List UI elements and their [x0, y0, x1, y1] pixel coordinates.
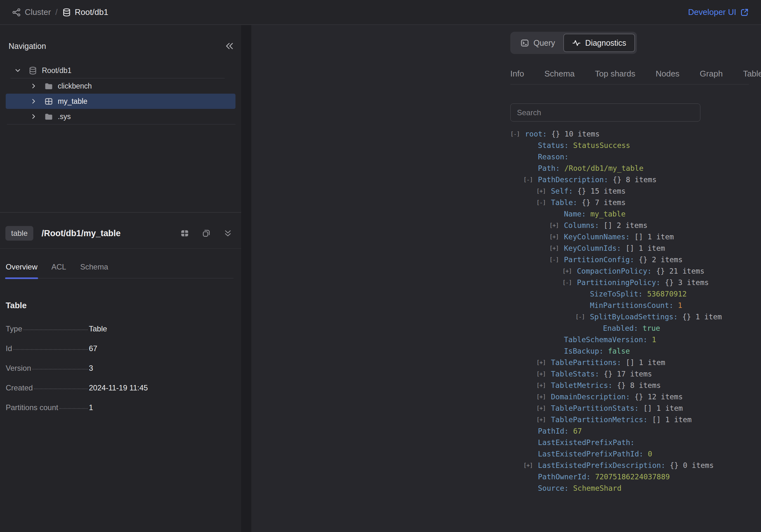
folder-icon — [44, 82, 53, 90]
tab-schema[interactable]: Schema — [80, 256, 108, 278]
schema-tree: Root/db1clickbenchmy_table.sys — [0, 63, 241, 124]
json-meta: {} 17 items — [604, 368, 652, 380]
tab-info[interactable]: Info — [510, 64, 524, 84]
expand-summary-icon[interactable] — [223, 229, 232, 238]
describe-line-tablestats: [+]TableStats:{} 17 items — [510, 368, 755, 380]
info-label: Partitions count — [6, 403, 58, 412]
expander-toggle[interactable]: [+] — [536, 368, 551, 380]
tab-overview[interactable]: Overview — [6, 256, 37, 278]
copy-path-icon[interactable] — [202, 229, 211, 238]
dotted-leader — [13, 349, 88, 350]
object-path: /Root/db1/my_table — [41, 228, 180, 238]
navigation-title: Navigation — [9, 41, 46, 51]
folder-icon — [44, 112, 53, 121]
pulse-icon — [572, 39, 581, 47]
tree-item-my-table[interactable]: my_table — [6, 94, 235, 109]
tab-acl[interactable]: ACL — [51, 256, 66, 278]
info-label: Type — [6, 325, 22, 333]
tab-top-shards[interactable]: Top shards — [595, 64, 635, 84]
table-preview-icon[interactable] — [180, 229, 189, 238]
json-value: 0 — [648, 448, 652, 460]
expander-toggle[interactable]: [+] — [536, 357, 551, 368]
chevron-right-icon[interactable] — [30, 83, 37, 89]
info-row-id: Id67 — [6, 339, 234, 358]
json-value: /Root/db1/my_table — [564, 162, 643, 174]
developer-ui-label: Developer UI — [688, 7, 736, 17]
tab-schema[interactable]: Schema — [544, 64, 574, 84]
chevron-down-icon[interactable] — [15, 67, 21, 74]
describe-line-isbackup: IsBackup:false — [510, 345, 755, 357]
tab-graph[interactable]: Graph — [700, 64, 723, 84]
expander-toggle[interactable]: [-] — [536, 197, 551, 208]
info-value: 67 — [89, 344, 97, 353]
describe-line-compactionpolicy: [+]CompactionPolicy:{} 21 items — [510, 266, 755, 277]
expander-toggle[interactable]: [-] — [562, 277, 577, 288]
info-label: Created — [6, 384, 33, 392]
expander-toggle[interactable]: [+] — [536, 185, 551, 197]
json-key: TableSchemaVersion: — [564, 334, 647, 345]
describe-line-root: [-]root:{} 10 items — [510, 128, 755, 140]
json-key: Self: — [551, 185, 573, 197]
expander-toggle[interactable]: [+] — [562, 266, 577, 277]
diagnostics-tabs: InfoSchemaTop shardsNodesGraphTabletsHot… — [510, 64, 761, 84]
json-key: PathDescription: — [538, 174, 608, 185]
object-summary-tabs: OverviewACLSchema — [6, 256, 234, 278]
external-link-icon — [740, 8, 749, 17]
tab-tablets[interactable]: Tablets — [743, 64, 761, 84]
search-input[interactable] — [510, 103, 700, 122]
tree-item--sys[interactable]: .sys — [0, 109, 241, 124]
expander-toggle[interactable]: [-] — [510, 128, 525, 140]
chevron-right-icon[interactable] — [30, 113, 37, 120]
json-key: Name: — [564, 208, 586, 220]
tree-item-root-db1[interactable]: Root/db1 — [0, 63, 241, 78]
info-section-title: Table — [6, 301, 27, 311]
expander-toggle[interactable]: [+] — [549, 231, 564, 243]
mode-diagnostics[interactable]: Diagnostics — [563, 34, 635, 52]
json-meta: [] 1 item — [652, 414, 692, 425]
json-value: my_table — [590, 208, 625, 220]
developer-ui-link[interactable]: Developer UI — [688, 7, 749, 17]
json-key: MinPartitionsCount: — [590, 300, 673, 311]
info-label: Id — [6, 344, 12, 353]
info-label-box: Created — [6, 384, 89, 392]
breadcrumb-current[interactable]: Root/db1 — [62, 7, 108, 17]
dotted-leader — [34, 388, 88, 389]
expander-toggle[interactable]: [+] — [549, 220, 564, 231]
expander-toggle[interactable]: [+] — [549, 243, 564, 254]
describe-line-splitbyloadsettings: [-]SplitByLoadSettings:{} 1 item — [510, 311, 755, 323]
describe-line-tableschemaversion: TableSchemaVersion:1 — [510, 334, 755, 345]
describe-line-pathdescription: [-]PathDescription:{} 8 items — [510, 174, 755, 185]
expander-toggle[interactable]: [+] — [536, 402, 551, 414]
chevron-right-icon[interactable] — [30, 98, 37, 104]
collapse-panel-icon[interactable] — [225, 41, 234, 51]
expander-toggle[interactable]: [+] — [536, 414, 551, 425]
diagnostics-tabs-row: InfoSchemaTop shardsNodesGraphTabletsHot… — [510, 64, 749, 85]
json-value: 536870912 — [647, 288, 687, 300]
object-summary-header: table /Root/db1/my_table — [5, 224, 232, 242]
json-meta: {} 15 items — [577, 185, 625, 197]
mode-query[interactable]: Query — [512, 34, 563, 52]
expander-toggle[interactable]: [+] — [536, 391, 551, 402]
breadcrumb-cluster-link[interactable]: Cluster — [12, 7, 51, 17]
json-value: 1 — [652, 334, 656, 345]
cluster-icon — [12, 8, 21, 17]
expander-toggle[interactable]: [+] — [536, 380, 551, 391]
describe-line-lastexistedprefixdescription: [+]LastExistedPrefixDescription:{} 0 ite… — [510, 460, 755, 471]
panel-resize-gutter[interactable] — [241, 25, 251, 532]
expander-toggle[interactable]: [-] — [549, 254, 564, 266]
panel-splitter[interactable] — [0, 212, 241, 213]
info-value: 2024-11-19 11:45 — [89, 384, 148, 392]
breadcrumb: Cluster / Root/db1 — [12, 7, 108, 17]
info-value: 3 — [89, 364, 93, 373]
tree-item-clickbench[interactable]: clickbench — [0, 79, 241, 94]
expander-toggle[interactable]: [-] — [575, 311, 590, 323]
describe-line-pathownerid: PathOwnerId:72075186224037889 — [510, 471, 755, 483]
breadcrumb-current-label: Root/db1 — [75, 7, 108, 17]
expander-toggle[interactable]: [-] — [523, 174, 538, 185]
tab-nodes[interactable]: Nodes — [656, 64, 679, 84]
expander-toggle[interactable]: [+] — [523, 460, 538, 471]
json-value: true — [643, 323, 660, 334]
json-key: root: — [525, 128, 547, 140]
describe-line-partitioningpolicy: [-]PartitioningPolicy:{} 3 items — [510, 277, 755, 288]
json-key: TablePartitionStats: — [551, 402, 639, 414]
